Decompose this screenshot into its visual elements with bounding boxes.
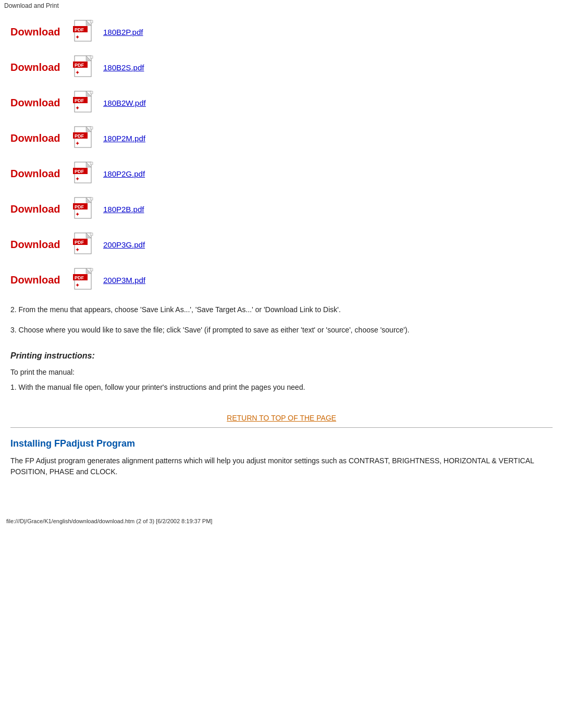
fpadjust-description: The FP Adjust program generates alignmen…: [10, 455, 553, 477]
svg-rect-13: [90, 56, 93, 58]
svg-text:✦: ✦: [75, 34, 80, 40]
svg-text:✦: ✦: [75, 176, 80, 182]
svg-text:✦: ✦: [75, 140, 80, 146]
download-label: Download: [10, 239, 73, 251]
pdf-download-link[interactable]: 180B2W.pdf: [103, 98, 146, 107]
fpadjust-section: Installing FPadjust Program The FP Adjus…: [10, 438, 553, 477]
pdf-download-link[interactable]: 180B2S.pdf: [103, 63, 144, 72]
svg-rect-20: [90, 91, 93, 94]
pdf-download-link[interactable]: 180P2B.pdf: [103, 205, 144, 214]
download-row: Download PDF ✦ 180P2B.pdf: [10, 194, 553, 224]
printing-section: Printing instructions: To print the manu…: [10, 351, 553, 393]
download-list: Download PDF ✦ 180B2P.pdfDownload: [10, 17, 553, 295]
footer-text: file:///D|/Grace/K1/english/download/dow…: [6, 518, 212, 524]
download-row: Download PDF ✦ 180P2G.pdf: [10, 158, 553, 189]
top-bar: Download and Print: [0, 0, 563, 11]
download-row: Download PDF ✦ 180B2P.pdf: [10, 17, 553, 47]
svg-text:PDF: PDF: [75, 98, 84, 103]
svg-text:✦: ✦: [75, 69, 80, 76]
pdf-icon: PDF ✦: [73, 268, 97, 292]
svg-text:✦: ✦: [75, 246, 80, 253]
printing-step1: 1. With the manual file open, follow you…: [10, 382, 553, 393]
fpadjust-title: Installing FPadjust Program: [10, 438, 553, 449]
svg-text:PDF: PDF: [75, 240, 84, 245]
pdf-icon: PDF ✦: [73, 162, 97, 186]
section-divider: [10, 427, 553, 428]
svg-text:PDF: PDF: [75, 63, 84, 68]
download-label: Download: [10, 203, 73, 215]
svg-text:✦: ✦: [75, 211, 80, 217]
download-row: Download PDF ✦ 200P3M.pdf: [10, 265, 553, 295]
pdf-icon: PDF ✦: [73, 55, 97, 79]
download-label: Download: [10, 274, 73, 286]
svg-rect-27: [90, 127, 93, 129]
svg-text:✦: ✦: [75, 105, 80, 111]
download-row: Download PDF ✦ 180B2S.pdf: [10, 52, 553, 82]
svg-rect-34: [90, 162, 93, 165]
footer: file:///D|/Grace/K1/english/download/dow…: [0, 514, 563, 528]
instruction-step2: 2. From the menu that appears, choose 'S…: [10, 304, 553, 315]
svg-rect-41: [90, 198, 93, 200]
svg-rect-55: [90, 268, 93, 271]
download-label: Download: [10, 132, 73, 144]
pdf-download-link[interactable]: 200P3G.pdf: [103, 240, 145, 249]
printing-intro: To print the manual:: [10, 367, 553, 378]
pdf-icon: PDF ✦: [73, 126, 97, 150]
download-label: Download: [10, 168, 73, 180]
svg-text:PDF: PDF: [75, 133, 84, 139]
main-content: Download PDF ✦ 180B2P.pdfDownload: [0, 11, 563, 483]
pdf-download-link[interactable]: 180P2M.pdf: [103, 134, 145, 143]
pdf-download-link[interactable]: 180P2G.pdf: [103, 169, 145, 178]
pdf-icon: PDF ✦: [73, 91, 97, 115]
svg-rect-48: [90, 233, 93, 236]
pdf-icon: PDF ✦: [73, 232, 97, 256]
pdf-icon: PDF ✦: [73, 20, 97, 44]
svg-text:✦: ✦: [75, 282, 80, 288]
download-label: Download: [10, 61, 73, 73]
download-row: Download PDF ✦ 180P2M.pdf: [10, 123, 553, 153]
download-label: Download: [10, 97, 73, 109]
pdf-download-link[interactable]: 180B2P.pdf: [103, 28, 143, 36]
svg-text:PDF: PDF: [75, 204, 84, 209]
download-label: Download: [10, 26, 73, 38]
download-row: Download PDF ✦ 200P3G.pdf: [10, 229, 553, 260]
pdf-icon: PDF ✦: [73, 197, 97, 221]
return-section: RETURN TO TOP OF THE PAGE: [10, 414, 553, 422]
svg-rect-6: [90, 20, 93, 23]
return-to-top-link[interactable]: RETURN TO TOP OF THE PAGE: [227, 414, 336, 422]
top-bar-label: Download and Print: [4, 2, 59, 9]
download-row: Download PDF ✦ 180B2W.pdf: [10, 88, 553, 118]
svg-text:PDF: PDF: [75, 169, 84, 174]
instruction-step3: 3. Choose where you would like to save t…: [10, 325, 553, 336]
printing-title: Printing instructions:: [10, 351, 553, 361]
svg-text:PDF: PDF: [75, 27, 84, 32]
pdf-download-link[interactable]: 200P3M.pdf: [103, 276, 145, 285]
svg-text:PDF: PDF: [75, 275, 84, 280]
